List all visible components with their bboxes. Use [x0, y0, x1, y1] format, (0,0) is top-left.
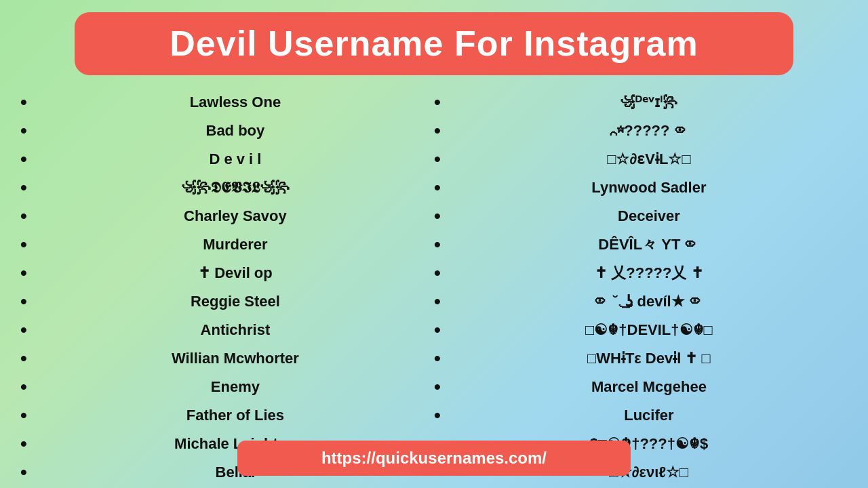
- header-banner: Devil Username For Instagram: [75, 12, 793, 75]
- list-item: Enemy: [20, 376, 434, 398]
- list-item: ⌒☆????? ᯣ: [434, 120, 848, 142]
- list-item: Antichrist: [20, 319, 434, 341]
- list-item: □☆∂ɛVɨL☆□: [434, 148, 848, 170]
- footer-url[interactable]: https://quickusernames.com/: [264, 449, 604, 468]
- right-column: ꧁ᴰᵉᵛɪˡ꧂⌒☆????? ᯣ□☆∂ɛVɨL☆□Lynwood SadlerD…: [434, 92, 848, 488]
- list-item: Marcel Mcgehee: [434, 376, 848, 398]
- list-item: ꧁ᴰᵉᵛɪˡ꧂: [434, 92, 848, 113]
- list-item: Lucifer: [434, 405, 848, 426]
- list-item: DÊVÎL々 YT ᯣ: [434, 234, 848, 256]
- list-item: Lawless One: [20, 92, 434, 113]
- list-item: Lynwood Sadler: [434, 177, 848, 199]
- header-title: Devil Username For Instagram: [95, 24, 773, 63]
- list-item: Reggie Steel: [20, 291, 434, 312]
- list-item: Murderer: [20, 234, 434, 256]
- list-item: D e v i l: [20, 148, 434, 170]
- left-column: Lawless OneBad boyD e v i l꧁꧂𝕯𝕰𝖁𝕴𝕷꧁꧂Char…: [20, 92, 434, 488]
- list-item: Willian Mcwhorter: [20, 348, 434, 369]
- list-item: Charley Savoy: [20, 205, 434, 227]
- list-item: □WHɨTε Devɨl ✝ □: [434, 348, 848, 369]
- list-item: ᯣ ˘ ͜ʖ devíl★ ᯣ: [434, 291, 848, 312]
- list-item: ꧁꧂𝕯𝕰𝖁𝕴𝕷꧁꧂: [20, 177, 434, 199]
- list-item: ✝ Devil op: [20, 262, 434, 284]
- list-item: □☯☬†DEVIL†☯☬□: [434, 319, 848, 341]
- list-item: Deceiver: [434, 205, 848, 227]
- list-item: Bad boy: [20, 120, 434, 142]
- list-item: ✝ 乂?????乂 ✝: [434, 262, 848, 284]
- list-item: Father of Lies: [20, 405, 434, 426]
- footer-bar: https://quickusernames.com/: [237, 441, 631, 476]
